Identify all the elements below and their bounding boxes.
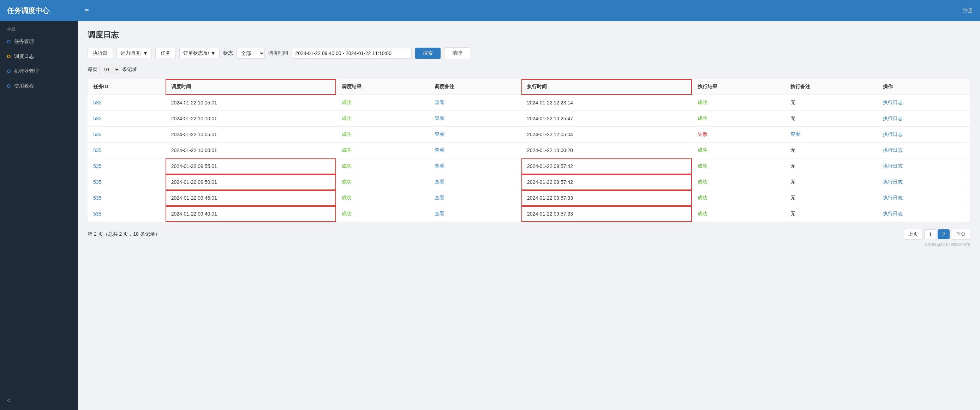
- page-2-button[interactable]: 2: [938, 229, 950, 239]
- cell-task-id[interactable]: 535: [88, 159, 165, 174]
- cell-exec-result: 失败: [692, 127, 785, 143]
- cell-exec-result: 成功: [692, 174, 785, 190]
- header: ≡ 注册: [78, 0, 980, 21]
- cell-exec-time: 2024-01-22 09:57:33: [522, 206, 692, 222]
- sidebar-nav-label: 导航: [0, 21, 78, 34]
- cell-schedule-result: 成功: [336, 127, 429, 143]
- cell-schedule-time: 2024-01-22 09:45:01: [165, 190, 336, 206]
- sidebar: 任务调度中心 导航 任务管理 调度日志 执行器管理 使用教程 <: [0, 0, 78, 410]
- cell-schedule-result: 成功: [336, 143, 429, 159]
- cell-schedule-time: 2024-01-22 10:15:01: [165, 95, 336, 111]
- sidebar-item-label-executor-mgmt: 执行器管理: [14, 68, 39, 75]
- cell-action[interactable]: 执行日志: [877, 159, 970, 174]
- cell-exec-time: 2024-01-22 09:57:42: [522, 159, 692, 174]
- cell-exec-time: 2024-01-22 10:25:47: [522, 111, 692, 127]
- sidebar-item-label-task-mgmt: 任务管理: [14, 38, 34, 45]
- cell-exec-result: 成功: [692, 159, 785, 174]
- cell-exec-result: 成功: [692, 111, 785, 127]
- col-task-id: 任务ID: [88, 79, 165, 95]
- sidebar-item-tutorial[interactable]: 使用教程: [0, 79, 78, 94]
- cell-schedule-remark[interactable]: 查看: [429, 159, 522, 174]
- sidebar-dot-tutorial: [7, 84, 11, 88]
- cell-exec-remark[interactable]: 查看: [785, 127, 878, 143]
- cell-task-id[interactable]: 535: [88, 174, 165, 190]
- dispatch-mode-select[interactable]: 运力调度: ▼: [116, 48, 152, 59]
- task-filter-btn[interactable]: 任务: [155, 48, 176, 59]
- col-schedule-remark: 调度备注: [429, 79, 522, 95]
- col-exec-remark: 执行备注: [785, 79, 878, 95]
- table-header-row: 任务ID 调度时间 调度结果 调度备注 执行时间 执行结果 执行备注 操作: [88, 79, 970, 95]
- cell-exec-result: 成功: [692, 206, 785, 222]
- table-row: 5352024-01-22 09:50:01成功查看2024-01-22 09:…: [88, 174, 970, 190]
- dispatch-mode-chevron-icon: ▼: [143, 51, 148, 56]
- sidebar-item-label-tutorial: 使用教程: [14, 83, 34, 89]
- cell-task-id[interactable]: 535: [88, 190, 165, 206]
- cell-schedule-remark[interactable]: 查看: [429, 111, 522, 127]
- next-page-button[interactable]: 下页: [951, 229, 970, 240]
- cell-action[interactable]: 执行日志: [877, 95, 970, 111]
- cell-exec-result: 成功: [692, 190, 785, 206]
- cell-schedule-remark[interactable]: 查看: [429, 190, 522, 206]
- data-table: 任务ID 调度时间 调度结果 调度备注 执行时间 执行结果 执行备注 操作 53…: [88, 79, 970, 222]
- cell-exec-time: 2024-01-22 09:57:42: [522, 174, 692, 190]
- prev-page-button[interactable]: 上页: [904, 229, 923, 240]
- cell-schedule-result: 成功: [336, 95, 429, 111]
- hamburger-icon[interactable]: ≡: [85, 7, 89, 15]
- cell-schedule-remark[interactable]: 查看: [429, 143, 522, 159]
- cell-exec-time: 2024-01-22 10:00:20: [522, 143, 692, 159]
- sidebar-item-task-mgmt[interactable]: 任务管理: [0, 34, 78, 49]
- schedule-time-label: 调度时间: [268, 50, 288, 56]
- order-status-select[interactable]: 订单状态反/ ▼: [179, 48, 220, 59]
- sidebar-collapse-button[interactable]: <: [0, 391, 78, 410]
- cell-action[interactable]: 执行日志: [877, 111, 970, 127]
- per-page-prefix: 每页: [88, 66, 97, 73]
- cell-exec-remark: 无: [785, 111, 878, 127]
- cell-exec-time: 2024-01-22 09:57:33: [522, 190, 692, 206]
- cell-exec-result: 成功: [692, 143, 785, 159]
- footer-note: CSDN @C1B2983182575: [88, 242, 970, 246]
- cell-action[interactable]: 执行日志: [877, 206, 970, 222]
- cell-schedule-time: 2024-01-22 10:00:01: [165, 143, 336, 159]
- pagination-row: 第 2 页（总共 2 页，18 条记录） 上页 1 2 下页: [88, 229, 970, 240]
- sidebar-item-schedule-log[interactable]: 调度日志: [0, 49, 78, 64]
- cell-action[interactable]: 执行日志: [877, 174, 970, 190]
- cell-task-id[interactable]: 535: [88, 95, 165, 111]
- cell-exec-time: 2024-01-22 12:05:04: [522, 127, 692, 143]
- schedule-time-input[interactable]: [291, 48, 412, 59]
- cell-action[interactable]: 执行日志: [877, 190, 970, 206]
- page-1-button[interactable]: 1: [924, 229, 936, 239]
- cell-schedule-time: 2024-01-22 09:40:01: [165, 206, 336, 222]
- cell-schedule-remark[interactable]: 查看: [429, 95, 522, 111]
- table-row: 5352024-01-22 09:45:01成功查看2024-01-22 09:…: [88, 190, 970, 206]
- cell-task-id[interactable]: 535: [88, 206, 165, 222]
- cell-schedule-remark[interactable]: 查看: [429, 174, 522, 190]
- sidebar-title: 任务调度中心: [0, 0, 78, 21]
- status-filter-select[interactable]: 全部成功失败运行中: [237, 48, 265, 59]
- per-page-select[interactable]: 102050100: [100, 65, 120, 74]
- table-row: 5352024-01-22 10:15:01成功查看2024-01-22 12:…: [88, 95, 970, 111]
- cell-task-id[interactable]: 535: [88, 143, 165, 159]
- cell-schedule-remark[interactable]: 查看: [429, 127, 522, 143]
- register-label[interactable]: 注册: [963, 7, 973, 14]
- cell-exec-remark: 无: [785, 159, 878, 174]
- data-table-wrap: 任务ID 调度时间 调度结果 调度备注 执行时间 执行结果 执行备注 操作 53…: [88, 79, 970, 222]
- col-exec-result: 执行结果: [692, 79, 785, 95]
- cell-action[interactable]: 执行日志: [877, 143, 970, 159]
- table-row: 5352024-01-22 10:00:01成功查看2024-01-22 10:…: [88, 143, 970, 159]
- table-row: 5352024-01-22 10:10:01成功查看2024-01-22 10:…: [88, 111, 970, 127]
- pagination-info: 第 2 页（总共 2 页，18 条记录）: [88, 231, 160, 237]
- pagination-buttons: 上页 1 2 下页: [904, 229, 970, 240]
- clear-button[interactable]: 清理: [444, 47, 470, 59]
- cell-task-id[interactable]: 535: [88, 111, 165, 127]
- search-button[interactable]: 搜索: [415, 48, 441, 59]
- cell-task-id[interactable]: 535: [88, 127, 165, 143]
- cell-action[interactable]: 执行日志: [877, 127, 970, 143]
- cell-schedule-remark[interactable]: 查看: [429, 206, 522, 222]
- per-page-row: 每页 102050100 条记录: [88, 65, 970, 74]
- main-area: ≡ 注册 调度日志 执行器 运力调度: ▼ 任务 订单状态反/ ▼ 状态 全部成…: [78, 0, 980, 410]
- filter-bar: 执行器 运力调度: ▼ 任务 订单状态反/ ▼ 状态 全部成功失败运行中 调度时…: [88, 47, 970, 59]
- sidebar-item-executor-mgmt[interactable]: 执行器管理: [0, 64, 78, 79]
- cell-exec-result: 成功: [692, 95, 785, 111]
- executor-filter-btn[interactable]: 执行器: [88, 48, 113, 59]
- col-exec-time: 执行时间: [522, 79, 692, 95]
